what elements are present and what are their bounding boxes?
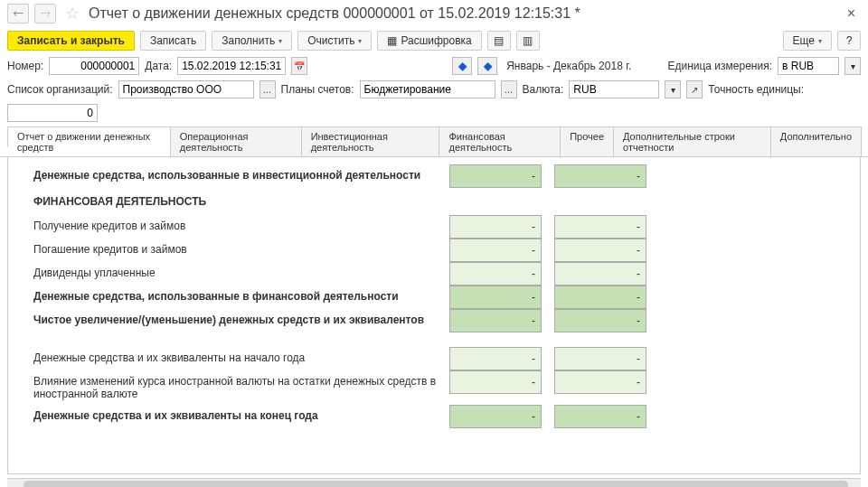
cell-value[interactable]: -: [554, 309, 646, 332]
precision-label: Точность единицы:: [708, 83, 804, 96]
row-label: Получение кредитов и займов: [15, 215, 449, 239]
cell-value[interactable]: -: [554, 286, 646, 309]
save-button[interactable]: Записать: [140, 31, 206, 51]
cell-value[interactable]: -: [449, 309, 542, 332]
cell-value[interactable]: -: [449, 262, 542, 286]
sheet-icon: ▥: [523, 34, 533, 47]
forward-button[interactable]: 🡒: [34, 4, 56, 23]
tab-5[interactable]: Дополнительные строки отчетности: [613, 126, 771, 156]
cell-value[interactable]: -: [554, 370, 646, 394]
clear-label: Очистить: [307, 34, 354, 47]
period-text: Январь - Декабрь 2018 г.: [506, 60, 631, 72]
cell-value[interactable]: -: [449, 164, 542, 188]
row-label: Денежные средства, использованные в фина…: [15, 286, 449, 309]
save-close-button[interactable]: Записать и закрыть: [7, 31, 135, 51]
cell-value[interactable]: -: [554, 239, 646, 262]
currency-open-button[interactable]: ↗: [686, 80, 703, 98]
fill-label: Заполнить: [222, 34, 275, 47]
tab-3[interactable]: Финансовая деятельность: [439, 126, 561, 156]
table-icon: ▦: [387, 34, 397, 47]
calendar-button[interactable]: 📅: [291, 57, 307, 75]
orgs-label: Список организаций:: [7, 83, 113, 96]
row-label: Дивиденды уплаченные: [15, 262, 449, 286]
orgs-ellipsis-button[interactable]: …: [259, 80, 276, 98]
cell-value[interactable]: -: [449, 286, 542, 309]
report2-button[interactable]: ▥: [516, 31, 540, 51]
row-label: Денежные средства, использованные в инве…: [15, 164, 449, 188]
caret-icon: ▾: [818, 37, 822, 45]
row-label: Чистое увеличение/(уменьшение) денежных …: [15, 309, 449, 332]
plans-input[interactable]: [360, 80, 495, 98]
cell-value[interactable]: -: [554, 347, 646, 370]
favorite-icon[interactable]: ☆: [65, 4, 80, 23]
date-input[interactable]: [177, 57, 286, 75]
more-label: Еще: [793, 34, 815, 47]
calendar-icon: 📅: [294, 61, 305, 71]
spreadsheet-icon: ▤: [494, 34, 504, 47]
tab-4[interactable]: Прочее: [560, 126, 614, 156]
fill-button[interactable]: Заполнить▾: [212, 31, 292, 51]
tab-6[interactable]: Дополнительно: [770, 126, 862, 156]
row-label: [15, 332, 449, 347]
row-label: Погашение кредитов и займов: [15, 239, 449, 262]
back-button[interactable]: 🡐: [7, 4, 29, 23]
caret-icon: ▾: [358, 37, 362, 45]
row-label: ФИНАНСОВАЯ ДЕЯТЕЛЬНОСТЬ: [15, 188, 449, 215]
row-label: Денежные средства и их эквиваленты на ко…: [15, 405, 449, 428]
more-button[interactable]: Еще▾: [783, 31, 832, 51]
cell-value[interactable]: -: [554, 164, 646, 188]
tab-0[interactable]: Отчет о движении денежных средств: [7, 126, 171, 147]
cell-value[interactable]: -: [554, 262, 646, 286]
plans-ellipsis-button[interactable]: …: [501, 80, 517, 98]
clear-button[interactable]: Очистить▾: [297, 31, 372, 51]
tabs: Отчет о движении денежных средствОпераци…: [0, 126, 868, 157]
caret-icon: ▾: [278, 37, 282, 45]
cell-value[interactable]: -: [449, 347, 542, 370]
date-label: Дата:: [145, 60, 172, 72]
currency-input[interactable]: [569, 80, 659, 98]
window-title: Отчет о движении денежных средств 000000…: [89, 5, 836, 22]
currency-label: Валюта:: [523, 83, 564, 96]
precision-input[interactable]: [7, 104, 98, 122]
close-button[interactable]: ×: [842, 5, 861, 22]
currency-dropdown[interactable]: ▾: [665, 80, 681, 98]
decode-button[interactable]: ▦Расшифровка: [377, 31, 481, 51]
tab-2[interactable]: Инвестиционная деятельность: [301, 126, 440, 156]
report-grid: Денежные средства, использованные в инве…: [8, 157, 860, 473]
tab-1[interactable]: Операционная деятельность: [170, 126, 302, 156]
save-label: Записать: [150, 34, 196, 47]
unit-label: Единица измерения:: [667, 60, 772, 72]
unit-dropdown[interactable]: ▾: [844, 57, 861, 75]
orgs-input[interactable]: [118, 80, 254, 98]
number-input[interactable]: [49, 57, 139, 75]
plans-label: Планы счетов:: [281, 83, 354, 96]
save-close-label: Записать и закрыть: [17, 34, 125, 47]
horizontal-scrollbar[interactable]: [7, 478, 861, 487]
cell-value[interactable]: -: [449, 370, 542, 394]
cell-value[interactable]: -: [449, 239, 542, 262]
unit-input[interactable]: [778, 57, 839, 75]
help-button[interactable]: ?: [837, 31, 861, 51]
cell-value[interactable]: -: [449, 405, 542, 428]
number-label: Номер:: [7, 60, 43, 72]
decode-label: Расшифровка: [401, 34, 471, 47]
period-next-button[interactable]: ◆: [477, 57, 497, 75]
row-label: Влияние изменений курса иностранной валю…: [15, 370, 449, 405]
row-label: Денежные средства и их эквиваленты на на…: [15, 347, 449, 370]
period-prev-button[interactable]: ◆: [452, 57, 472, 75]
cell-value[interactable]: -: [449, 215, 542, 239]
cell-value[interactable]: -: [554, 215, 646, 239]
report1-button[interactable]: ▤: [487, 31, 511, 51]
cell-value[interactable]: -: [554, 405, 646, 428]
